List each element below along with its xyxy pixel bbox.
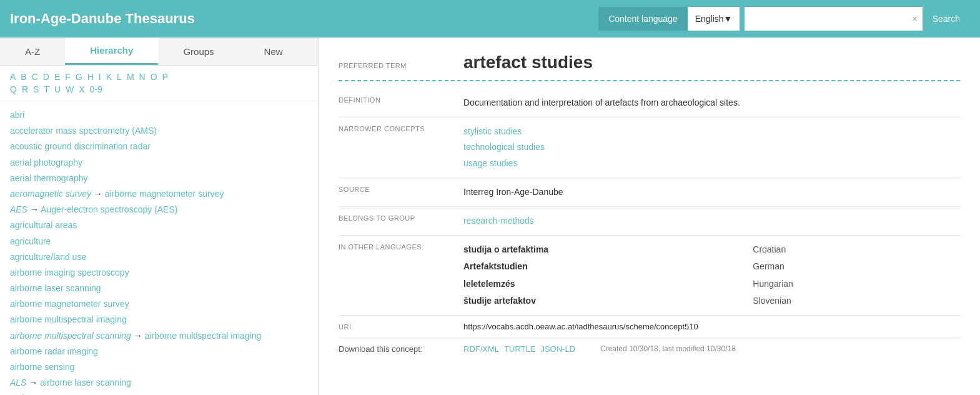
az-link-09[interactable]: 0-9 [90,84,102,94]
az-link-S[interactable]: S [33,84,39,94]
content-language-button[interactable]: Content language [598,7,688,31]
definition-label: DEFINITION [339,95,463,104]
narrower-concepts-label: NARROWER CONCEPTS [339,124,463,132]
tab-az[interactable]: A-Z [0,38,65,65]
list-item-link[interactable]: airborne magnetometer survey [105,189,224,199]
list-item[interactable]: airborne laser scanning [10,281,308,296]
list-item[interactable]: acoustic ground discrimination radar [10,139,308,154]
lang-name-german: German [753,259,960,274]
header: Iron-Age-Danube Thesaurus Content langua… [0,0,980,38]
header-controls: Content language English▼ × Search [598,7,970,31]
az-link-Q[interactable]: Q [10,84,17,94]
lang-term-german: Artefaktstudien [463,259,715,274]
list-item[interactable]: accelerator mass spectrometry (AMS) [10,123,308,139]
az-link-A[interactable]: A [10,72,16,82]
lang-name-hungarian: Hungarian [753,276,960,292]
belongs-to-group-label: BELONGS TO GROUP [339,213,463,222]
az-link-U[interactable]: U [54,84,61,94]
az-link-G[interactable]: G [76,72,82,82]
tab-groups[interactable]: Groups [158,38,239,65]
az-link-I[interactable]: I [99,72,101,82]
list-item[interactable]: airborne multispectral imaging [10,312,308,328]
list-item-link[interactable]: aeromagnetic survey [10,189,91,199]
list-item[interactable]: airborne magnetometer survey [10,296,308,312]
narrower-concept-link[interactable]: technological studies [463,139,960,155]
narrower-concepts-row: NARROWER CONCEPTS stylistic studies tech… [339,118,960,178]
in-other-languages-label: IN OTHER LANGUAGES [339,242,463,251]
list-item[interactable]: amber [10,391,308,395]
search-clear-button[interactable]: × [907,7,922,31]
source-value: Interreg Iron-Age-Danube [463,184,960,200]
list-item: aeromagnetic survey → airborne magnetome… [10,186,308,202]
lang-term-hungarian: leletelemzés [463,276,715,292]
list-item-link[interactable]: airborne laser scanning [40,378,131,388]
list-item[interactable]: agricultural areas [10,218,308,233]
download-jsonld-link[interactable]: JSON-LD [540,344,575,354]
list-item-link[interactable]: ALS [10,378,26,388]
az-link-F[interactable]: F [65,72,71,82]
left-panel: A-Z Hierarchy Groups New A B C D E F G H… [0,38,319,395]
az-link-L[interactable]: L [117,72,122,82]
az-row-1: A B C D E F G H I K L M N O P [10,72,308,82]
az-link-P[interactable]: P [162,72,168,82]
az-link-H[interactable]: H [87,72,94,82]
tab-new[interactable]: New [239,38,308,65]
download-rdf-link[interactable]: RDF/XML [463,344,499,354]
list-item[interactable]: airborne sensing [10,359,308,375]
az-nav: A B C D E F G H I K L M N O P Q R S T [0,66,318,101]
belongs-to-group-row: BELONGS TO GROUP research-methods [339,207,960,236]
az-link-T[interactable]: T [44,84,49,94]
group-link[interactable]: research-methods [463,213,960,229]
languages-grid-wrapper: studija o artefaktima Croatian Artefakts… [463,242,960,309]
download-meta: Created 10/30/18, last modified 10/30/18 [600,344,736,353]
arrow-icon: → [29,378,40,388]
az-link-O[interactable]: O [151,72,157,82]
download-row: Download this concept: RDF/XML TURTLE JS… [339,338,960,360]
list-item: airborne multispectral scanning → airbor… [10,328,308,344]
az-link-R[interactable]: R [22,84,28,94]
list-item[interactable]: aerial thermography [10,171,308,186]
az-link-D[interactable]: D [43,72,49,82]
narrower-concept-link[interactable]: stylistic studies [463,124,960,139]
search-button[interactable]: Search [923,7,970,31]
nav-tabs: A-Z Hierarchy Groups New [0,38,318,66]
az-link-E[interactable]: E [54,72,60,82]
tab-hierarchy[interactable]: Hierarchy [65,38,158,65]
lang-name-croatian: Croatian [753,242,960,258]
preferred-term-label: PREFERRED TERM [339,62,463,69]
az-link-X[interactable]: X [79,84,84,94]
term-list: abri accelerator mass spectrometry (AMS)… [0,101,318,395]
download-turtle-link[interactable]: TURTLE [504,344,535,354]
app-title: Iron-Age-Danube Thesaurus [10,11,598,27]
az-link-M[interactable]: M [127,72,134,82]
divider [339,80,960,81]
arrow-icon: → [94,189,105,199]
list-item-link[interactable]: Auger-electron spectroscopy (AES) [41,204,177,214]
az-link-C[interactable]: C [32,72,38,82]
list-item: AES → Auger-electron spectroscopy (AES) [10,202,308,218]
list-item-link[interactable]: airborne multispectral imaging [145,331,262,341]
download-label: Download this concept: [339,344,463,354]
list-item[interactable]: aerial photography [10,155,308,171]
lang-term-croatian: studija o artefaktima [463,242,715,258]
preferred-term-value: artefact studies [463,52,593,72]
list-item-link[interactable]: airborne multispectral scanning [10,331,131,341]
list-item: ALS → airborne laser scanning [10,375,308,391]
az-link-W[interactable]: W [66,84,74,94]
az-link-N[interactable]: N [139,72,146,82]
list-item[interactable]: airborne imaging spectroscopy [10,265,308,281]
list-item[interactable]: airborne radar imaging [10,344,308,359]
definition-row: DEFINITION Documentation and interpretat… [339,89,960,118]
list-item[interactable]: agriculture [10,234,308,249]
az-link-B[interactable]: B [21,72,26,82]
list-item-link[interactable]: AES [10,204,27,214]
right-panel: PREFERRED TERM artefact studies DEFINITI… [319,38,980,395]
language-select-button[interactable]: English▼ [688,7,740,31]
az-link-K[interactable]: K [106,72,112,82]
az-row-2: Q R S T U W X 0-9 [10,84,308,94]
list-item[interactable]: agriculture/land use [10,249,308,265]
list-item[interactable]: abri [10,108,308,123]
uri-value: https://vocabs.acdh.oeaw.ac.at/iadthesau… [463,322,698,331]
narrower-concept-link[interactable]: usage studies [463,156,960,171]
search-input[interactable] [745,7,907,31]
